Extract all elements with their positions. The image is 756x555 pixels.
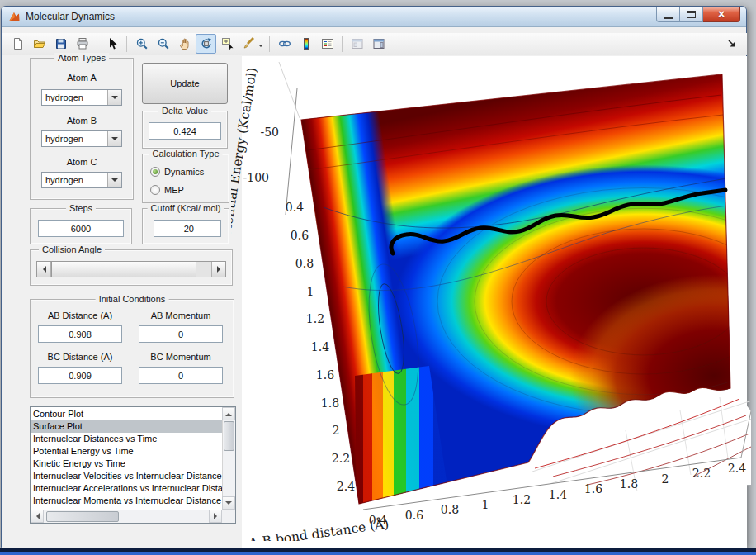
- bc-distance-label: BC Distance (A): [38, 352, 122, 362]
- radio-dynamics[interactable]: Dynamics: [150, 167, 204, 177]
- update-button[interactable]: Update: [142, 63, 228, 104]
- tool-new-file[interactable]: [7, 34, 28, 54]
- z-axis-line: [286, 88, 297, 215]
- plot-list-item[interactable]: Internuclear Velocities vs Internuclear …: [31, 470, 222, 482]
- window-controls: ×: [656, 7, 740, 22]
- tool-print-figure[interactable]: [72, 34, 92, 54]
- cutoff-title: Cutoff (Kcal/ mol): [148, 203, 224, 213]
- atom-types-panel-title: Atom Types: [54, 53, 109, 63]
- ab-momentum-input[interactable]: [139, 325, 223, 343]
- x-tick: 2: [662, 472, 669, 486]
- back-wall-edge: [279, 62, 300, 118]
- x-tick: 1.2: [513, 493, 531, 506]
- window-title: Molecular Dynamics: [26, 11, 115, 22]
- chevron-down-icon[interactable]: [107, 173, 121, 187]
- radio-mep-label: MEP: [164, 185, 184, 195]
- ab-distance-input[interactable]: [38, 325, 122, 343]
- right-arrow-icon: [214, 513, 220, 519]
- tool-rotate-3d[interactable]: [196, 34, 216, 54]
- tool-save-figure[interactable]: [50, 34, 71, 54]
- atom-c-value: hydrogen: [42, 173, 107, 187]
- maximize-button[interactable]: [680, 7, 703, 22]
- y-tick: 0.8: [295, 257, 314, 270]
- horizontal-scroll-thumb[interactable]: [46, 511, 119, 522]
- scroll-right-button[interactable]: [209, 510, 222, 523]
- radio-dynamics-label: Dynamics: [164, 167, 204, 177]
- toolbar-separator: [126, 36, 127, 52]
- slider-right-arrow[interactable]: [211, 262, 225, 277]
- delta-value-input[interactable]: [149, 122, 221, 140]
- pointer-icon: [106, 37, 119, 50]
- y-tick: 1.2: [306, 312, 324, 325]
- plot-list-item[interactable]: Surface Plot: [31, 420, 222, 433]
- tool-zoom-out[interactable]: [153, 34, 173, 54]
- atom-b-label: Atom B: [30, 116, 134, 126]
- x-tick: 1.4: [549, 488, 567, 501]
- collision-angle-title: Collision Angle: [39, 244, 105, 254]
- z-tick: -100: [243, 171, 269, 184]
- bc-distance-input[interactable]: [38, 367, 122, 384]
- tool-open-file[interactable]: [29, 34, 50, 54]
- matlab-app-icon: [8, 11, 21, 22]
- desktop: Molecular Dynamics ×: [0, 0, 756, 555]
- title-bar[interactable]: Molecular Dynamics: [2, 7, 746, 27]
- atom-c-select[interactable]: hydrogen: [41, 172, 122, 188]
- cutoff-input[interactable]: [154, 220, 221, 237]
- scroll-left-button[interactable]: [31, 510, 44, 523]
- horizontal-scrollbar[interactable]: [31, 510, 222, 523]
- x-tick: 2.4: [728, 462, 746, 475]
- atom-a-select[interactable]: hydrogen: [41, 89, 122, 106]
- calculation-type-title: Calculation Type: [149, 149, 222, 159]
- ab-distance-label: AB Distance (A): [38, 311, 122, 320]
- plot-list-item[interactable]: Contour Plot: [31, 408, 222, 420]
- hand-pan-icon: [178, 37, 191, 50]
- x-tick: 0.8: [441, 503, 459, 516]
- slider-thumb[interactable]: [51, 262, 196, 277]
- y-tick: 2.4: [337, 480, 355, 493]
- plot-list-item[interactable]: Kinetic Energy vs Time: [31, 458, 222, 470]
- plot-list-item[interactable]: Internuclear Momenta vs Internuclear Dis…: [31, 495, 222, 507]
- zoom-out-icon: [157, 37, 170, 50]
- surface-plot-axes[interactable]: 0.4 0.6 0.8 1 1.2 1.4 1.6 1.8 2 2.2 2.4 …: [231, 45, 751, 541]
- left-arrow-icon: [40, 266, 46, 273]
- chevron-down-icon[interactable]: [107, 90, 121, 105]
- right-arrow-icon: [217, 266, 224, 273]
- toolbar-separator: [97, 36, 97, 52]
- chevron-down-icon[interactable]: [107, 131, 121, 146]
- bc-momentum-input[interactable]: [139, 367, 223, 384]
- minimize-icon: [664, 17, 673, 19]
- minimize-button[interactable]: [656, 7, 680, 22]
- plot-list: Contour Plot Surface Plot Internuclear D…: [31, 408, 222, 510]
- y-tick: 1: [307, 285, 314, 298]
- close-button[interactable]: ×: [703, 7, 740, 22]
- tool-zoom-in[interactable]: [131, 34, 152, 54]
- x-tick: 0.6: [405, 509, 423, 522]
- radio-mep[interactable]: MEP: [150, 185, 184, 195]
- x-tick: 1: [482, 498, 489, 511]
- slider-left-arrow: [37, 262, 51, 277]
- plot-type-listbox[interactable]: Contour Plot Surface Plot Internuclear D…: [30, 406, 236, 524]
- z-axis-label: Potential Energy (Kcal/mol): [231, 67, 260, 246]
- atom-b-select[interactable]: hydrogen: [41, 130, 122, 147]
- plot-list-item[interactable]: Internuclear Distances vs Time: [31, 433, 222, 445]
- radio-dynamics-icon[interactable]: [150, 167, 160, 177]
- zoom-in-icon: [135, 37, 149, 50]
- plot-list-item[interactable]: Potential Energy vs Time: [31, 445, 222, 458]
- tool-pan[interactable]: [174, 34, 195, 54]
- x-tick: 1.6: [584, 482, 602, 496]
- y-tick: 2: [333, 424, 340, 437]
- plot-list-item[interactable]: Internuclear Accelerations vs Internucle…: [31, 482, 222, 495]
- radio-mep-icon[interactable]: [150, 185, 160, 195]
- atom-a-value: hydrogen: [42, 90, 107, 105]
- atom-a-label: Atom A: [30, 73, 134, 83]
- x-tick: 2.2: [692, 467, 711, 480]
- close-icon: ×: [718, 8, 725, 20]
- collision-angle-slider[interactable]: [36, 261, 226, 278]
- tool-edit-plot[interactable]: [102, 34, 122, 54]
- ab-momentum-label: AB Momentum: [139, 311, 223, 320]
- slider-track[interactable]: [196, 262, 211, 277]
- steps-input[interactable]: [38, 220, 124, 237]
- left-arrow-icon: [33, 513, 40, 519]
- bc-momentum-label: BC Momentum: [139, 352, 223, 362]
- y-tick: 0.4: [286, 201, 304, 214]
